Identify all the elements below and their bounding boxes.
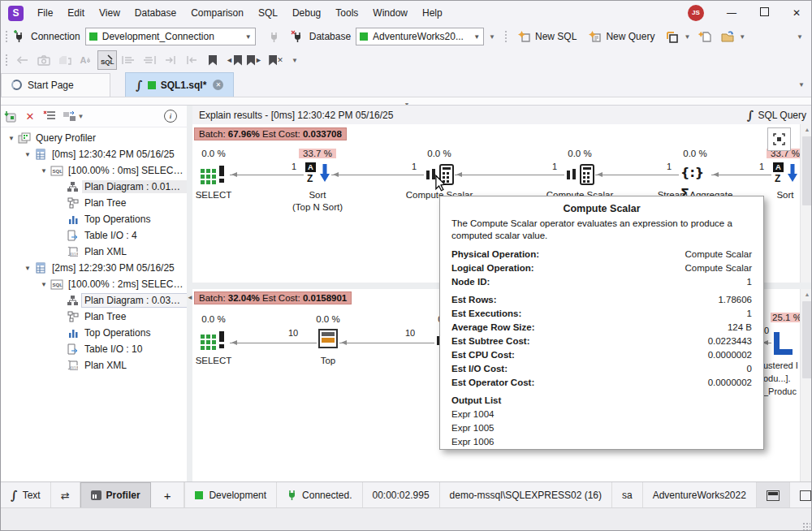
chevron-down-icon[interactable]: ▼: [734, 33, 750, 41]
menu-tools[interactable]: Tools: [328, 1, 365, 25]
attach-profiling-results-icon[interactable]: [1, 107, 20, 125]
new-window-icon[interactable]: [665, 30, 679, 44]
delete-result-icon[interactable]: ✕: [20, 107, 40, 125]
swap-views-button[interactable]: ⇄: [51, 482, 80, 508]
vertical-scrollbar[interactable]: ▲: [800, 289, 812, 481]
align-right-icon[interactable]: [140, 50, 159, 70]
tab-list-icon[interactable]: ▼: [793, 81, 810, 88]
align-left-icon[interactable]: [119, 50, 138, 70]
compute-scalar-operator-icon[interactable]: [566, 163, 594, 184]
chevron-down-icon[interactable]: ▼: [6, 135, 17, 142]
tree-item-query-profiler[interactable]: ▼ Query Profiler: [1, 130, 187, 146]
user-avatar[interactable]: JS: [688, 5, 704, 21]
tree-item-table-io-1[interactable]: Table I/O : 4: [1, 227, 187, 244]
tree-item-session-1[interactable]: ▼ [0ms] 12:30:42 PM 05/16/25: [1, 146, 187, 162]
toolbar-options-icon[interactable]: ▼: [287, 57, 303, 64]
vertical-scrollbar[interactable]: ▲: [800, 124, 812, 283]
tree-item-plan-xml-1[interactable]: XML Plan XML: [1, 244, 187, 260]
sql-editor-icon[interactable]: SQL: [97, 50, 117, 70]
bookmark-icon[interactable]: [203, 50, 222, 70]
sort-operator-icon[interactable]: [773, 162, 797, 185]
tree-item-top-operations-2[interactable]: Top Operations: [1, 325, 187, 341]
sort-operator-icon[interactable]: [305, 162, 330, 185]
clear-results-icon[interactable]: [40, 107, 59, 125]
tree-item-plan-tree-2[interactable]: Plan Tree: [1, 309, 187, 325]
open-file-icon[interactable]: [720, 30, 734, 44]
scrollbar-thumb[interactable]: [802, 301, 812, 378]
tree-item-plan-diagram-1[interactable]: Plan Diagram : 0.0158...: [1, 179, 187, 195]
minimize-button[interactable]: —: [715, 1, 748, 25]
chevron-down-icon[interactable]: ▼: [38, 167, 50, 175]
toolbar-grip[interactable]: [5, 30, 8, 43]
sql-query-button[interactable]: ∫ SQL Query: [747, 110, 806, 121]
chevron-down-icon[interactable]: ▼: [38, 281, 50, 288]
tree-item-plan-tree-1[interactable]: Plan Tree: [1, 195, 187, 211]
indent-icon[interactable]: [161, 50, 180, 70]
tree-item-top-operations-1[interactable]: Top Operations: [1, 211, 187, 227]
chevron-down-icon[interactable]: ▼: [22, 151, 33, 158]
menu-window[interactable]: Window: [365, 1, 415, 25]
select-operator-icon[interactable]: [199, 163, 228, 184]
outdent-icon[interactable]: [182, 50, 201, 70]
tree-item-plan-xml-2[interactable]: XML Plan XML: [1, 357, 187, 373]
add-view-button[interactable]: +: [151, 482, 185, 508]
menu-file[interactable]: File: [30, 1, 60, 25]
close-button[interactable]: ✕: [780, 1, 812, 25]
tree-item-plan-diagram-2[interactable]: Plan Diagram : 0.033708: [1, 292, 187, 309]
bookmark-clear-icon[interactable]: ✕: [266, 50, 286, 70]
tab-text-view[interactable]: ∫ Text: [1, 482, 51, 508]
toolbar-overflow-icon[interactable]: ▼: [484, 33, 500, 41]
new-query-button[interactable]: New Query: [582, 27, 660, 46]
menu-comparison[interactable]: Comparison: [184, 1, 251, 25]
tab-start-page[interactable]: Start Page: [1, 73, 110, 97]
edge-rows-label: 10: [288, 328, 298, 338]
toolbar-grip[interactable]: [504, 30, 508, 43]
navigate-icon[interactable]: [13, 50, 32, 70]
top-operator-icon[interactable]: [318, 329, 338, 348]
connection-select[interactable]: Development_Connection ▼: [85, 28, 256, 45]
full-view-button[interactable]: [790, 482, 812, 508]
menu-sql[interactable]: SQL: [251, 1, 285, 25]
tab-profiler-view[interactable]: Profiler: [80, 482, 151, 508]
tree-item-table-io-2[interactable]: Table I/O : 10: [1, 341, 187, 357]
menu-database[interactable]: Database: [127, 1, 184, 25]
connect-icon[interactable]: [267, 30, 281, 44]
disconnect-icon[interactable]: [291, 30, 304, 44]
menu-view[interactable]: View: [92, 1, 127, 25]
tree-item-statement-2[interactable]: ▼ SQL [100.00% : 2ms] SELECT ...: [1, 276, 187, 292]
status-database: AdventureWorks2022: [643, 482, 757, 508]
menu-edit[interactable]: Edit: [60, 1, 92, 25]
scrollbar-thumb[interactable]: [802, 136, 812, 205]
clustered-index-scan-operator-icon[interactable]: [772, 332, 793, 355]
toolbar-grip[interactable]: [5, 54, 8, 67]
menu-help[interactable]: Help: [415, 1, 450, 25]
format-icon[interactable]: A: [76, 50, 96, 70]
sql-statement-icon: SQL: [50, 166, 63, 176]
info-icon[interactable]: i: [161, 107, 180, 125]
snapshot-icon[interactable]: [34, 50, 54, 70]
zoom-fit-button[interactable]: [767, 127, 791, 151]
chevron-down-icon[interactable]: ▼: [679, 33, 695, 41]
new-sql-button[interactable]: New SQL: [512, 27, 582, 46]
layout-toggle-button[interactable]: [757, 482, 790, 508]
menu-debug[interactable]: Debug: [285, 1, 328, 25]
database-select[interactable]: AdventureWorks20... ▼: [356, 28, 484, 45]
bookmark-prev-icon[interactable]: ◄: [224, 50, 244, 70]
stream-aggregate-operator-icon[interactable]: [680, 162, 713, 183]
compare-results-icon[interactable]: ▼: [59, 107, 87, 125]
close-tab-icon[interactable]: ✕: [213, 80, 223, 90]
vertical-splitter[interactable]: ◄: [187, 105, 192, 482]
snippet-icon[interactable]: [55, 50, 75, 70]
tree-item-session-2[interactable]: ▼ [2ms] 12:29:30 PM 05/16/25: [1, 260, 187, 276]
maximize-button[interactable]: [748, 1, 780, 25]
tab-sql1[interactable]: ∫ SQL1.sql* ✕: [125, 72, 234, 97]
select-operator-icon[interactable]: [199, 329, 228, 350]
tree-item-statement-1[interactable]: ▼ SQL [100.00% : 0ms] SELECT ...: [1, 162, 187, 179]
new-connection-icon[interactable]: [12, 30, 26, 44]
bookmark-next-icon[interactable]: ►: [245, 50, 265, 70]
chevron-down-icon[interactable]: ▼: [22, 265, 33, 272]
plan-diagram-icon: [66, 181, 80, 192]
toolbar-options-icon[interactable]: ▼: [792, 33, 808, 41]
new-document-icon[interactable]: [698, 30, 712, 44]
resize-grip[interactable]: [802, 522, 810, 530]
